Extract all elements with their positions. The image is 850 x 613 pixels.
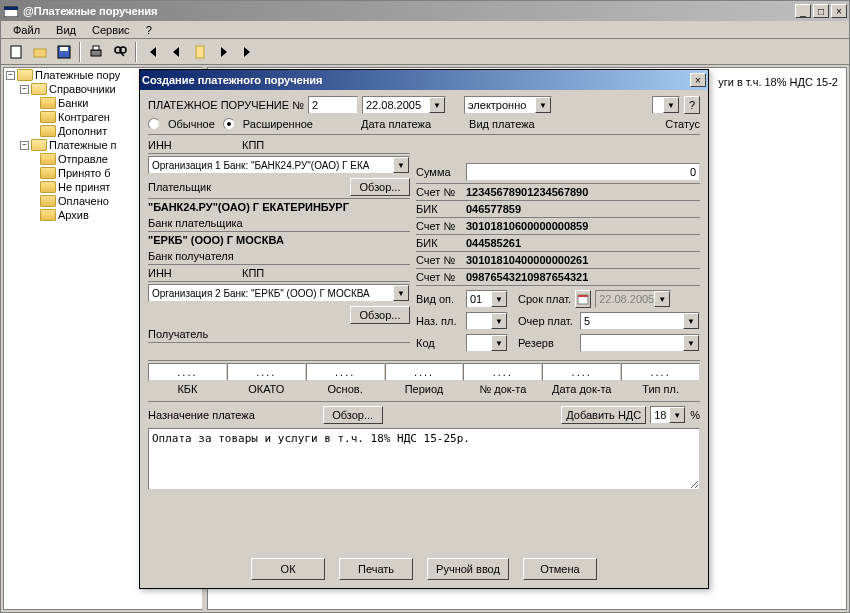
- menu-service[interactable]: Сервис: [84, 22, 138, 38]
- cancel-button[interactable]: Отмена: [523, 558, 597, 580]
- dropdown-icon[interactable]: ▼: [491, 313, 507, 329]
- ocher-value: 5: [584, 315, 590, 327]
- minus-icon[interactable]: −: [20, 85, 29, 94]
- osnov-cell[interactable]: ....: [306, 363, 385, 381]
- main-titlebar: @Платежные поручения _ □ ×: [1, 1, 849, 21]
- manual-button[interactable]: Ручной ввод: [427, 558, 509, 580]
- okato-label: ОКАТО: [248, 383, 284, 395]
- acc-label: Счет №: [416, 220, 466, 232]
- last-icon[interactable]: [237, 41, 259, 63]
- period-cell[interactable]: ....: [385, 363, 464, 381]
- payment-type-select[interactable]: электронно ▼: [464, 96, 552, 114]
- date-value: 22.08.2005: [366, 99, 421, 111]
- org2-value: Организация 2 Банк: "ЕРКБ" (ООО) Г МОСКВ…: [152, 288, 370, 299]
- org2-select[interactable]: Организация 2 Банк: "ЕРКБ" (ООО) Г МОСКВ…: [148, 284, 410, 302]
- nazpl-select[interactable]: ▼: [466, 312, 508, 330]
- payment-type-value: электронно: [468, 99, 526, 111]
- radio-standard-label: Обычное: [168, 118, 215, 130]
- browse-receiver-button[interactable]: Обзор...: [350, 306, 410, 324]
- browse-purpose-button[interactable]: Обзор...: [323, 406, 383, 424]
- rezerv-select[interactable]: ▼: [580, 334, 700, 352]
- close-button[interactable]: ×: [831, 4, 847, 18]
- prev-icon[interactable]: [165, 41, 187, 63]
- vat-value: 18: [654, 409, 666, 421]
- rezerv-label: Резерв: [518, 337, 576, 349]
- radio-standard[interactable]: [148, 118, 160, 130]
- browse-payer-button[interactable]: Обзор...: [350, 178, 410, 196]
- tree-label: Справочники: [49, 83, 116, 95]
- print-icon[interactable]: [85, 41, 107, 63]
- help-button[interactable]: ?: [684, 96, 700, 114]
- find-icon[interactable]: [109, 41, 131, 63]
- okato-cell[interactable]: ....: [227, 363, 306, 381]
- acc-payer: 12345678901234567890: [466, 186, 588, 198]
- tree-label: Принято б: [58, 167, 111, 179]
- print-button[interactable]: Печать: [339, 558, 413, 580]
- kbk-cell[interactable]: ....: [148, 363, 227, 381]
- vidop-select[interactable]: 01▼: [466, 290, 508, 308]
- type-label: Тип пл.: [642, 383, 679, 395]
- receiver-bank-name: "ЕРКБ" (ООО) Г МОСКВА: [148, 234, 284, 246]
- open-icon[interactable]: [29, 41, 51, 63]
- dropdown-icon[interactable]: ▼: [491, 291, 507, 307]
- toolbar: [1, 39, 849, 65]
- dropdown-icon[interactable]: ▼: [683, 335, 699, 351]
- dropdown-icon[interactable]: ▼: [535, 97, 551, 113]
- ndoc-cell[interactable]: ....: [463, 363, 542, 381]
- date-label: Дата платежа: [361, 118, 431, 130]
- acc-receiverbank: 30101810400000000261: [466, 254, 588, 266]
- edit-icon[interactable]: [189, 41, 211, 63]
- save-icon[interactable]: [53, 41, 75, 63]
- ok-button[interactable]: ОК: [251, 558, 325, 580]
- svg-rect-3: [34, 49, 46, 57]
- dropdown-icon[interactable]: ▼: [663, 97, 679, 113]
- minus-icon[interactable]: −: [6, 71, 15, 80]
- date-select[interactable]: 22.08.2005 ▼: [362, 96, 446, 114]
- dropdown-icon[interactable]: ▼: [393, 285, 409, 301]
- vat-select[interactable]: 18▼: [650, 406, 686, 424]
- dropdown-icon[interactable]: ▼: [654, 291, 670, 307]
- calendar-button[interactable]: [575, 290, 591, 308]
- payment-type-label: Вид платежа: [469, 118, 535, 130]
- minus-icon[interactable]: −: [20, 141, 29, 150]
- dropdown-icon[interactable]: ▼: [683, 313, 699, 329]
- type-cell[interactable]: ....: [621, 363, 700, 381]
- ddate-cell[interactable]: ....: [542, 363, 621, 381]
- tree-label: Не принят: [58, 181, 110, 193]
- status-select[interactable]: ▼: [652, 96, 680, 114]
- ddate-label: Дата док-та: [552, 383, 611, 395]
- amount-input[interactable]: [466, 163, 700, 181]
- receiver-label: Получатель: [148, 328, 208, 340]
- next-icon[interactable]: [213, 41, 235, 63]
- dropdown-icon[interactable]: ▼: [393, 157, 409, 173]
- radio-extended[interactable]: [223, 118, 235, 130]
- svg-rect-2: [11, 46, 21, 58]
- main-title: @Платежные поручения: [23, 5, 793, 17]
- dropdown-icon[interactable]: ▼: [429, 97, 445, 113]
- new-icon[interactable]: [5, 41, 27, 63]
- percent-icon: %: [690, 409, 700, 421]
- dialog-close-button[interactable]: ×: [690, 73, 706, 87]
- tree-root-label: Платежные пору: [35, 69, 120, 81]
- srok-select[interactable]: 22.08.2005▼: [595, 290, 671, 308]
- first-icon[interactable]: [141, 41, 163, 63]
- ocher-select[interactable]: 5▼: [580, 312, 700, 330]
- nazpl-label: Наз. пл.: [416, 315, 462, 327]
- kbk-label: КБК: [177, 383, 197, 395]
- dropdown-icon[interactable]: ▼: [669, 407, 685, 423]
- minimize-button[interactable]: _: [795, 4, 811, 18]
- menu-view[interactable]: Вид: [48, 22, 84, 38]
- menu-file[interactable]: Файл: [5, 22, 48, 38]
- number-input[interactable]: [308, 96, 358, 114]
- kod-select[interactable]: ▼: [466, 334, 508, 352]
- svg-rect-6: [91, 50, 101, 56]
- maximize-button[interactable]: □: [813, 4, 829, 18]
- dropdown-icon[interactable]: ▼: [491, 335, 507, 351]
- menu-help[interactable]: ?: [138, 22, 160, 38]
- org1-select[interactable]: Организация 1 Банк: "БАНК24.РУ"(ОАО) Г Е…: [148, 156, 410, 174]
- inn2-label: ИНН: [148, 267, 238, 279]
- bik-label: БИК: [416, 237, 466, 249]
- purpose-textarea[interactable]: [148, 428, 700, 490]
- add-vat-button[interactable]: Добавить НДС: [561, 406, 646, 424]
- org1-value: Организация 1 Банк: "БАНК24.РУ"(ОАО) Г Е…: [152, 160, 369, 171]
